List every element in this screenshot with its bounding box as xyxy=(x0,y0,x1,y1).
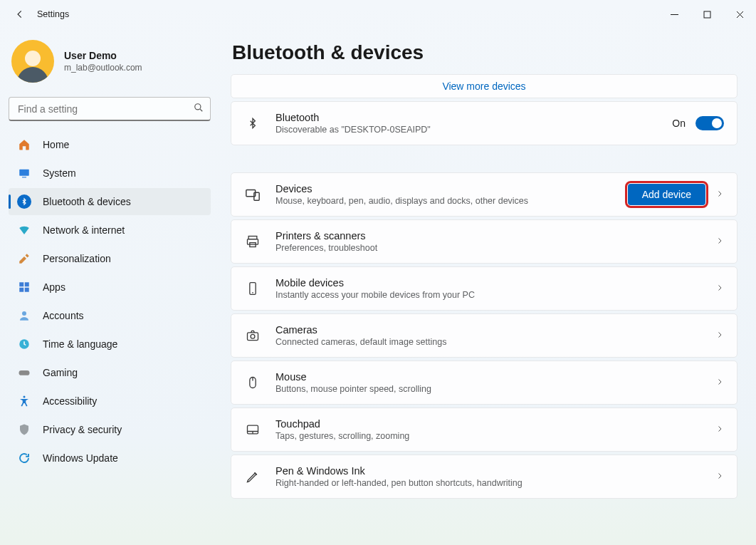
svg-rect-15 xyxy=(248,239,258,245)
sidebar-item-label: Privacy & security xyxy=(43,424,122,435)
row-title: Devices xyxy=(275,183,614,194)
home-icon xyxy=(17,137,31,152)
row-title: Mobile devices xyxy=(275,277,701,289)
sidebar-item-privacy[interactable]: Privacy & security xyxy=(9,416,211,443)
update-icon xyxy=(17,451,31,465)
search-input[interactable] xyxy=(9,97,211,121)
row-subtitle: Mouse, keyboard, pen, audio, displays an… xyxy=(275,196,614,206)
row-title: Pen & Windows Ink xyxy=(275,465,701,477)
maximize-button[interactable] xyxy=(691,4,723,25)
row-subtitle: Discoverable as "DESKTOP-0SEAIPD" xyxy=(275,125,658,135)
svg-rect-0 xyxy=(704,11,710,18)
profile-email: m_lab@outlook.com xyxy=(64,63,142,73)
svg-point-19 xyxy=(251,334,255,338)
bluetooth-row-icon xyxy=(244,115,261,132)
sidebar: User Demo m_lab@outlook.com Home System xyxy=(0,28,219,545)
avatar xyxy=(11,40,54,83)
svg-rect-4 xyxy=(19,282,23,286)
apps-icon xyxy=(17,280,31,294)
wifi-icon xyxy=(17,223,31,237)
cameras-row[interactable]: Cameras Connected cameras, default image… xyxy=(231,313,737,358)
accounts-icon xyxy=(17,308,31,323)
close-button[interactable] xyxy=(723,4,756,25)
sidebar-item-label: Windows Update xyxy=(43,452,118,464)
profile-name: User Demo xyxy=(64,50,142,61)
chevron-right-icon xyxy=(715,282,724,295)
bluetooth-icon xyxy=(17,194,31,209)
system-icon xyxy=(17,166,31,180)
add-device-button[interactable]: Add device xyxy=(628,184,705,205)
row-title: Mouse xyxy=(275,371,701,383)
sidebar-item-label: Apps xyxy=(43,281,65,293)
gaming-icon xyxy=(17,365,31,380)
search-icon[interactable] xyxy=(194,103,204,115)
printers-row[interactable]: Printers & scanners Preferences, trouble… xyxy=(231,219,737,264)
row-title: Bluetooth xyxy=(275,112,658,123)
sidebar-item-personalization[interactable]: Personalization xyxy=(9,245,211,272)
pen-icon xyxy=(244,468,261,485)
sidebar-item-label: Network & internet xyxy=(43,224,125,236)
devices-row[interactable]: Devices Mouse, keyboard, pen, audio, dis… xyxy=(231,172,737,217)
mobile-devices-row[interactable]: Mobile devices Instantly access your mob… xyxy=(231,266,737,311)
row-subtitle: Connected cameras, default image setting… xyxy=(275,337,701,347)
page-title: Bluetooth & devices xyxy=(232,41,739,64)
sidebar-item-accessibility[interactable]: Accessibility xyxy=(9,388,211,415)
toggle-state-label: On xyxy=(672,118,686,129)
view-more-link[interactable]: View more devices xyxy=(231,75,737,98)
sidebar-item-label: Bluetooth & devices xyxy=(43,196,131,207)
sidebar-item-label: Accessibility xyxy=(43,395,97,407)
svg-rect-5 xyxy=(25,282,29,286)
main: Bluetooth & devices View more devices Bl… xyxy=(219,28,756,545)
svg-point-11 xyxy=(23,396,26,398)
row-subtitle: Taps, gestures, scrolling, zooming xyxy=(275,431,701,441)
accessibility-icon xyxy=(17,394,31,408)
sidebar-item-home[interactable]: Home xyxy=(9,131,211,158)
sidebar-item-label: System xyxy=(43,167,76,179)
row-title: Printers & scanners xyxy=(275,230,701,242)
sidebar-item-apps[interactable]: Apps xyxy=(9,274,211,301)
row-subtitle: Buttons, mouse pointer speed, scrolling xyxy=(275,384,701,394)
bluetooth-toggle[interactable] xyxy=(695,116,724,130)
back-button[interactable] xyxy=(11,6,28,23)
chevron-right-icon xyxy=(715,188,724,201)
chevron-right-icon xyxy=(715,470,724,483)
svg-rect-7 xyxy=(25,288,29,292)
sidebar-item-label: Gaming xyxy=(43,367,78,378)
sidebar-item-accounts[interactable]: Accounts xyxy=(9,302,211,329)
sidebar-item-label: Time & language xyxy=(43,338,117,350)
sidebar-item-time-language[interactable]: Time & language xyxy=(9,331,211,358)
nav: Home System Bluetooth & devices Network … xyxy=(9,131,211,472)
row-title: Cameras xyxy=(275,324,701,336)
paint-icon xyxy=(17,251,31,266)
sidebar-item-network[interactable]: Network & internet xyxy=(9,217,211,244)
row-title: Touchpad xyxy=(275,418,701,430)
mouse-row[interactable]: Mouse Buttons, mouse pointer speed, scro… xyxy=(231,360,737,405)
sidebar-item-gaming[interactable]: Gaming xyxy=(9,359,211,386)
phone-icon xyxy=(244,280,261,297)
chevron-right-icon xyxy=(715,376,724,389)
view-more-card[interactable]: View more devices xyxy=(231,74,737,98)
row-subtitle: Instantly access your mobile devices fro… xyxy=(275,290,701,300)
chevron-right-icon xyxy=(715,329,724,342)
row-subtitle: Right-handed or left-handed, pen button … xyxy=(275,478,701,488)
touchpad-row[interactable]: Touchpad Taps, gestures, scrolling, zoom… xyxy=(231,408,737,452)
sidebar-item-label: Accounts xyxy=(43,310,84,321)
app-title: Settings xyxy=(37,9,69,19)
sidebar-item-windows-update[interactable]: Windows Update xyxy=(9,445,211,472)
profile[interactable]: User Demo m_lab@outlook.com xyxy=(9,36,211,94)
printer-icon xyxy=(244,233,261,250)
minimize-button[interactable] xyxy=(658,4,691,25)
chevron-right-icon xyxy=(715,235,724,248)
svg-rect-10 xyxy=(19,370,30,375)
sidebar-item-bluetooth-devices[interactable]: Bluetooth & devices xyxy=(9,188,211,215)
svg-point-8 xyxy=(22,311,26,316)
chevron-right-icon xyxy=(715,423,724,436)
mouse-icon xyxy=(244,374,261,391)
sidebar-item-label: Home xyxy=(43,139,69,150)
sidebar-item-system[interactable]: System xyxy=(9,160,211,187)
pen-row[interactable]: Pen & Windows Ink Right-handed or left-h… xyxy=(231,455,737,499)
devices-icon xyxy=(244,186,261,203)
svg-rect-18 xyxy=(248,333,258,341)
titlebar: Settings xyxy=(0,0,756,28)
shield-icon xyxy=(17,422,31,437)
